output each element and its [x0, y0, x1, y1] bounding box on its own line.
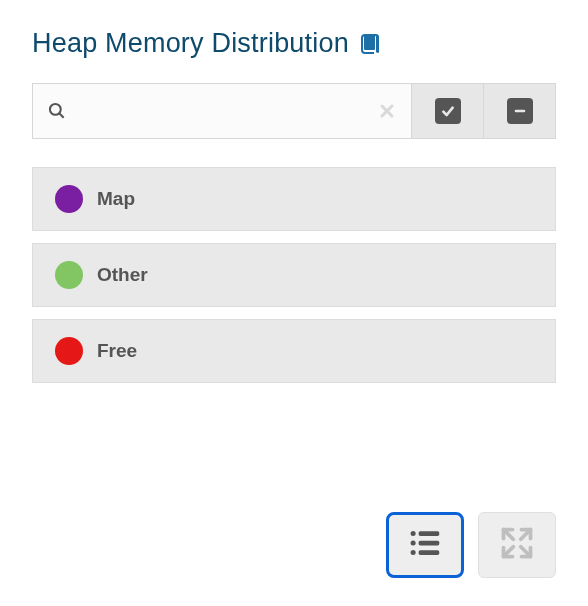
minus-icon [507, 98, 533, 124]
deselect-all-button[interactable] [484, 83, 556, 139]
list-icon [406, 524, 444, 566]
legend-item-map[interactable]: Map [32, 167, 556, 231]
legend-item-free[interactable]: Free [32, 319, 556, 383]
heap-memory-panel: Heap Memory Distribution [0, 0, 588, 383]
legend-label: Free [97, 340, 137, 362]
legend-list: Map Other Free [32, 167, 556, 383]
color-swatch [55, 337, 83, 365]
svg-line-2 [60, 114, 64, 118]
legend-label: Other [97, 264, 148, 286]
legend-item-other[interactable]: Other [32, 243, 556, 307]
footer-buttons [386, 512, 556, 578]
color-swatch [55, 261, 83, 289]
clear-icon[interactable] [377, 101, 397, 121]
svg-point-1 [50, 104, 61, 115]
svg-point-8 [411, 550, 416, 555]
expand-icon [499, 525, 535, 565]
check-icon [435, 98, 461, 124]
list-view-button[interactable] [386, 512, 464, 578]
select-all-button[interactable] [412, 83, 484, 139]
search-row [32, 83, 556, 139]
page-title: Heap Memory Distribution [32, 28, 349, 59]
color-swatch [55, 185, 83, 213]
search-icon [47, 101, 67, 121]
search-input[interactable] [67, 102, 377, 120]
expand-button[interactable] [478, 512, 556, 578]
svg-rect-10 [419, 541, 440, 546]
svg-point-7 [411, 540, 416, 545]
title-row: Heap Memory Distribution [32, 28, 556, 59]
search-box[interactable] [32, 83, 412, 139]
book-icon[interactable] [359, 32, 383, 56]
svg-rect-0 [364, 35, 375, 50]
svg-point-6 [411, 531, 416, 536]
svg-rect-9 [419, 531, 440, 536]
legend-label: Map [97, 188, 135, 210]
svg-rect-11 [419, 550, 440, 555]
